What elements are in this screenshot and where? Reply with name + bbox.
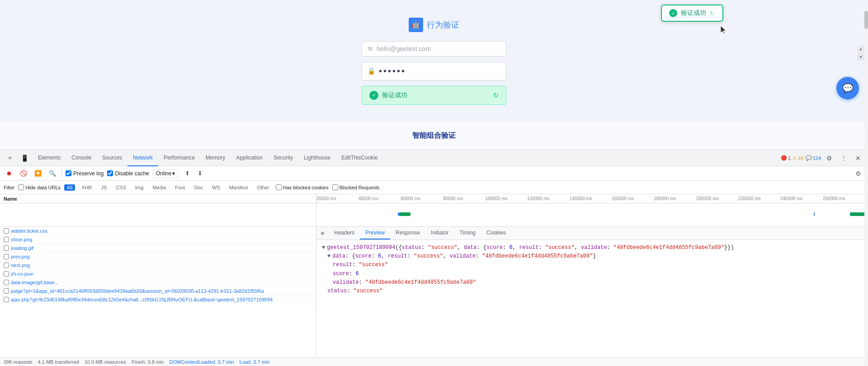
list-item[interactable]: ajax.php?gt=fe23d6148baf995e34decea58c12… bbox=[0, 296, 316, 304]
file-checkbox[interactable] bbox=[4, 271, 9, 277]
scale-180000: 180000 ms bbox=[654, 196, 676, 201]
email-input-row[interactable]: ✉ hello@geetest.com bbox=[362, 41, 506, 56]
tab-timing[interactable]: Timing bbox=[454, 227, 481, 239]
file-name: prev.png bbox=[11, 254, 312, 259]
tab-lighthouse[interactable]: Lighthouse bbox=[298, 150, 336, 166]
blocked-requests-label[interactable]: Blocked Requests bbox=[332, 184, 380, 190]
timeline-right: 20000 ms 40000 ms 60000 ms 80000 ms 1000… bbox=[316, 194, 868, 226]
devtools-topbar: ⌖ 📱 Elements Console Sources Network Per… bbox=[0, 150, 868, 166]
file-checkbox[interactable] bbox=[4, 228, 9, 234]
tab-sources[interactable]: Sources bbox=[97, 150, 127, 166]
filter-chip-css[interactable]: CSS bbox=[113, 184, 129, 191]
list-item[interactable]: next.png bbox=[0, 261, 316, 270]
file-checkbox[interactable] bbox=[4, 254, 9, 259]
tab-editthiscookie[interactable]: EditThisCookie bbox=[336, 150, 383, 166]
tab-elements[interactable]: Elements bbox=[33, 150, 66, 166]
scale-120000: 120000 ms bbox=[527, 196, 549, 201]
filter-chip-media[interactable]: Media bbox=[150, 184, 169, 191]
list-item[interactable]: judge?pt=1&app_id=461cca3146ff093d059dee… bbox=[0, 287, 316, 296]
preserve-log-checkbox[interactable] bbox=[66, 170, 71, 176]
network-main: Name 20000 ms 40000 ms 60000 ms 80000 ms… bbox=[0, 194, 868, 357]
scroll-up-button[interactable]: ▲ bbox=[857, 45, 864, 52]
export-button[interactable]: ⬇ bbox=[194, 168, 205, 179]
upload-download-area: ⬆ ⬇ bbox=[182, 168, 205, 179]
close-devtools-button[interactable]: ✕ bbox=[852, 152, 864, 164]
clear-button[interactable]: 🚫 bbox=[18, 168, 29, 179]
list-item[interactable]: close.png bbox=[0, 235, 316, 244]
separator-1 bbox=[61, 169, 62, 178]
device-toolbar-button[interactable]: 📱 bbox=[18, 152, 31, 164]
more-tools-button[interactable]: ⋮ bbox=[837, 152, 850, 164]
json-toggle-data[interactable]: ▼ bbox=[327, 252, 330, 261]
list-item[interactable]: loading.gif bbox=[0, 244, 316, 253]
file-checkbox[interactable] bbox=[4, 280, 9, 285]
inspect-element-button[interactable]: ⌖ bbox=[4, 152, 16, 164]
hide-data-urls-label[interactable]: Hide data URLs bbox=[18, 184, 61, 190]
resources-size: 10.0 MB resources bbox=[85, 359, 126, 365]
filter-chip-doc[interactable]: Doc bbox=[191, 184, 206, 191]
hide-data-urls-text: Hide data URLs bbox=[25, 185, 61, 190]
settings-button[interactable]: ⚙ bbox=[823, 152, 835, 164]
has-blocked-cookies-label[interactable]: Has blocked cookies bbox=[276, 184, 329, 190]
filter-chip-img[interactable]: Img bbox=[132, 184, 146, 191]
scale-100000: 100000 ms bbox=[485, 196, 507, 201]
bottom-label: 智能组合验证 bbox=[412, 131, 456, 141]
json-toggle-root[interactable]: ▼ bbox=[322, 244, 325, 252]
tab-preview[interactable]: Preview bbox=[360, 227, 390, 239]
import-button[interactable]: ⬆ bbox=[182, 168, 193, 179]
filter-chip-all[interactable]: All bbox=[64, 184, 75, 191]
file-checkbox[interactable] bbox=[4, 237, 9, 242]
file-checkbox[interactable] bbox=[4, 297, 9, 302]
filter-chip-other[interactable]: Other bbox=[254, 184, 272, 191]
scroll-indicator: ▲ ▼ bbox=[857, 45, 864, 61]
lock-icon: 🔒 bbox=[368, 67, 375, 75]
tab-response[interactable]: Response bbox=[390, 227, 425, 239]
tab-initiator[interactable]: Initiator bbox=[425, 227, 454, 239]
file-checkbox[interactable] bbox=[4, 245, 9, 251]
tab-network[interactable]: Network bbox=[127, 150, 158, 166]
list-item[interactable]: zh-cn.json bbox=[0, 270, 316, 278]
filter-chip-ws[interactable]: WS bbox=[209, 184, 223, 191]
scroll-down-button[interactable]: ▼ bbox=[857, 53, 864, 61]
network-settings-button[interactable]: ⚙ bbox=[852, 167, 864, 180]
verify-button[interactable]: ✓ 验证成功 ↻ bbox=[362, 86, 506, 105]
hide-data-urls-checkbox[interactable] bbox=[18, 184, 24, 190]
file-checkbox[interactable] bbox=[4, 288, 9, 294]
disable-cache-label[interactable]: Disable cache bbox=[107, 170, 149, 177]
record-button[interactable]: ⏺ bbox=[4, 168, 14, 179]
scale-20000: 20000 ms bbox=[316, 196, 336, 201]
filter-chip-manifest[interactable]: Manifest bbox=[226, 184, 251, 191]
password-input-row[interactable]: 🔒 •••••• bbox=[362, 62, 506, 80]
tab-performance[interactable]: Performance bbox=[158, 150, 200, 166]
tab-application[interactable]: Application bbox=[231, 150, 268, 166]
tab-cookies[interactable]: Cookies bbox=[481, 227, 511, 239]
chat-button[interactable]: 💬 bbox=[836, 77, 859, 99]
list-item[interactable]: data:image/gif;base... bbox=[0, 278, 316, 287]
filter-button[interactable]: 🔽 bbox=[33, 168, 43, 179]
list-item[interactable]: wdater.ticket.css bbox=[0, 227, 316, 235]
filter-chip-font[interactable]: Font bbox=[172, 184, 188, 191]
file-checkbox[interactable] bbox=[4, 263, 9, 268]
search-button[interactable]: 🔍 bbox=[47, 168, 58, 179]
json-paren-open: ( bbox=[395, 244, 398, 252]
tab-console[interactable]: Console bbox=[66, 150, 97, 166]
tab-memory[interactable]: Memory bbox=[200, 150, 231, 166]
preserve-log-label[interactable]: Preserve log bbox=[66, 170, 104, 177]
disable-cache-checkbox[interactable] bbox=[107, 170, 113, 176]
close-detail-button[interactable]: ✕ bbox=[316, 227, 329, 239]
json-root-line: ▼ geetest_1597027109094 ( { status : "su… bbox=[322, 244, 863, 252]
success-tooltip: ✓ 验证成功 ↻ bbox=[661, 5, 723, 22]
preserve-log-text: Preserve log bbox=[73, 170, 104, 177]
network-toolbar: ⏺ 🚫 🔽 🔍 Preserve log Disable cache Onlin… bbox=[0, 166, 868, 181]
file-name: wdater.ticket.css bbox=[11, 228, 312, 234]
blocked-requests-checkbox[interactable] bbox=[332, 184, 338, 190]
has-blocked-cookies-checkbox[interactable] bbox=[276, 184, 282, 190]
filter-chip-xhr[interactable]: XHR bbox=[79, 184, 94, 191]
tab-headers[interactable]: Headers bbox=[329, 227, 360, 239]
tab-security[interactable]: Security bbox=[268, 150, 298, 166]
filter-chip-js[interactable]: JS bbox=[99, 184, 110, 191]
list-item[interactable]: prev.png bbox=[0, 253, 316, 261]
throttle-dropdown[interactable]: Online ▾ bbox=[153, 169, 179, 178]
main-content: wdater.ticket.css close.png loading.gif … bbox=[0, 227, 868, 357]
tooltip-refresh-icon: ↻ bbox=[710, 9, 715, 17]
